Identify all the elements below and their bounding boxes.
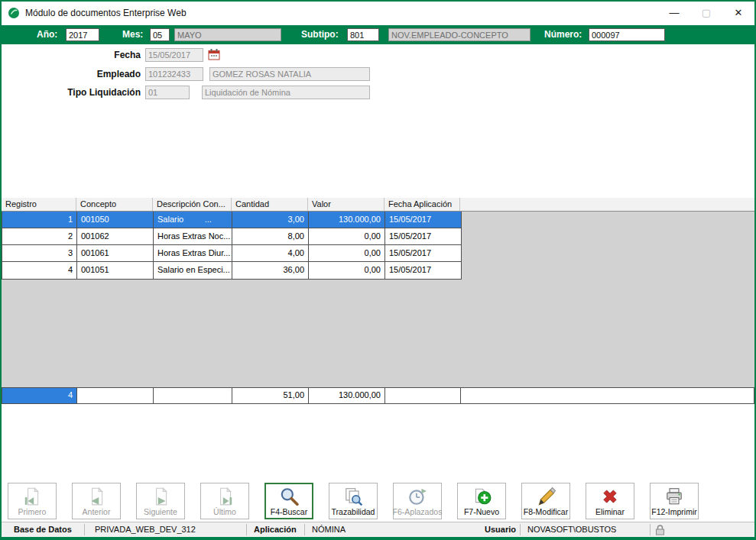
number-label: Número:: [544, 25, 582, 44]
page-next-icon: [151, 486, 170, 507]
print-button[interactable]: F12-Imprimir: [650, 483, 699, 519]
column-header-valor[interactable]: Valor: [308, 198, 384, 211]
total-valor: 130.000,00: [309, 388, 385, 403]
statusbar-divider: [84, 524, 85, 535]
search-button-label: F4-Buscar: [271, 507, 307, 516]
page-last-icon: [215, 486, 235, 507]
cell-cantidad: 36,00: [232, 262, 309, 279]
cell-fecha: 15/05/2017: [385, 212, 461, 228]
total-empty: [461, 388, 754, 403]
cell-fecha: 15/05/2017: [385, 245, 461, 261]
statusbar-divider: [520, 524, 521, 535]
cell-cantidad: 4,00: [232, 245, 309, 261]
year-label: Año:: [37, 25, 57, 44]
total-cantidad: 51,00: [232, 388, 309, 403]
new-plus-icon: [472, 486, 492, 507]
first-button[interactable]: Primero: [8, 483, 57, 519]
total-empty: [385, 388, 461, 403]
next-button[interactable]: Siguiente: [136, 483, 185, 519]
last-button[interactable]: Último: [200, 483, 249, 519]
cell-valor: 0,00: [309, 262, 385, 279]
lock-icon: [655, 525, 665, 537]
cell-registro: 4: [2, 262, 77, 279]
subtype-name-field: [388, 28, 530, 41]
month-name-field: [174, 28, 281, 41]
table-row[interactable]: 1 001050 Salario ... 3,00 130.000,00 15/…: [2, 212, 461, 228]
employee-label: Empleado: [2, 69, 141, 79]
column-header-descripcion[interactable]: Descripción Con...: [153, 198, 232, 211]
cell-descripcion: Salario ...: [154, 212, 232, 228]
cell-descripcion: Salario en Especi...: [154, 262, 232, 279]
document-key-bar: Año: Mes: Subtipo: Número:: [2, 25, 754, 44]
next-button-label: Siguiente: [144, 507, 177, 516]
window-controls: — ▢ ✕: [658, 2, 754, 24]
clock-icon: [407, 486, 427, 507]
application-value: NÓMINA: [312, 525, 346, 534]
statusbar-divider: [304, 524, 305, 535]
previous-button[interactable]: Anterior: [72, 483, 121, 519]
column-header-cantidad[interactable]: Cantidad: [232, 198, 308, 211]
cell-fecha: 15/05/2017: [385, 228, 461, 244]
deferred-button[interactable]: F6-Aplazados: [393, 483, 442, 519]
date-label: Fecha: [2, 50, 141, 60]
user-value: NOVASOFT\OBUSTOS: [527, 525, 616, 534]
settlement-type-code-field: [145, 86, 190, 99]
status-bar: Base de Datos PRIVADA_WEB_DEV_312 Aplica…: [2, 522, 754, 537]
total-count: 4: [2, 388, 77, 403]
cell-concepto: 001062: [77, 228, 154, 244]
data-grid: 1 001050 Salario ... 3,00 130.000,00 15/…: [2, 212, 462, 280]
page-first-icon: [22, 486, 42, 507]
statusbar-divider: [650, 524, 651, 535]
application-label: Aplicación: [254, 525, 297, 534]
table-row[interactable]: 4 001051 Salario en Especi... 36,00 0,00…: [2, 262, 461, 279]
cell-concepto: 001061: [77, 245, 154, 261]
cell-registro: 2: [2, 228, 77, 244]
settlement-type-name-field: [202, 86, 370, 99]
print-button-label: F12-Imprimir: [651, 507, 697, 516]
column-header-registro[interactable]: Registro: [2, 198, 76, 211]
database-label: Base de Datos: [14, 525, 72, 534]
modify-button[interactable]: F8-Modificar: [521, 483, 570, 519]
number-input[interactable]: [589, 28, 665, 41]
subtype-label: Subtipo:: [301, 25, 339, 44]
user-label: Usuario: [485, 525, 516, 534]
month-label: Mes:: [122, 25, 143, 44]
calendar-icon[interactable]: [208, 48, 220, 60]
settlement-type-label: Tipo Liquidación: [2, 87, 141, 98]
minimize-icon[interactable]: —: [658, 2, 690, 24]
column-header-concepto[interactable]: Concepto: [76, 198, 153, 211]
deferred-button-label: F6-Aplazados: [393, 507, 443, 516]
new-button-label: F7-Nuevo: [464, 507, 499, 516]
totals-row: 4 51,00 130.000,00: [2, 387, 754, 404]
date-field: [145, 48, 203, 62]
last-button-label: Último: [213, 507, 236, 516]
new-button[interactable]: F7-Nuevo: [457, 483, 506, 519]
title-bar: Módulo de documentos Enterprise Web — ▢ …: [2, 2, 754, 24]
delete-x-icon: [600, 486, 620, 507]
pencil-icon: [536, 486, 556, 507]
close-icon[interactable]: ✕: [722, 2, 754, 24]
month-input[interactable]: [150, 28, 170, 41]
app-icon: [8, 7, 20, 19]
cell-registro: 3: [2, 245, 77, 261]
delete-button[interactable]: Eliminar: [586, 483, 634, 519]
toolbar: Primero Anterior Siguiente Último F4-Bus: [2, 483, 754, 521]
total-empty: [154, 388, 232, 403]
cell-valor: 0,00: [309, 245, 385, 261]
table-row[interactable]: 3 001061 Horas Extras Diur... 4,00 0,00 …: [2, 245, 461, 262]
column-header-fecha-aplicacion[interactable]: Fecha Aplicación: [384, 198, 460, 211]
traceability-button[interactable]: Trazabilidad: [329, 483, 378, 519]
page-previous-icon: [86, 486, 106, 507]
cell-descripcion: Horas Extras Diur...: [154, 245, 232, 261]
delete-button-label: Eliminar: [595, 507, 625, 516]
grid-header: Registro Concepto Descripción Con... Can…: [2, 198, 754, 212]
documents-magnifier-icon: [343, 486, 363, 507]
table-row[interactable]: 2 001062 Horas Extras Noc... 8,00 0,00 1…: [2, 228, 461, 245]
maximize-icon[interactable]: ▢: [690, 2, 722, 24]
subtype-input[interactable]: [347, 28, 379, 41]
cell-concepto: 001051: [77, 262, 154, 279]
employee-code-field: [145, 67, 203, 81]
employee-name-field: [209, 67, 370, 81]
year-input[interactable]: [66, 28, 99, 41]
search-button[interactable]: F4-Buscar: [264, 483, 313, 519]
